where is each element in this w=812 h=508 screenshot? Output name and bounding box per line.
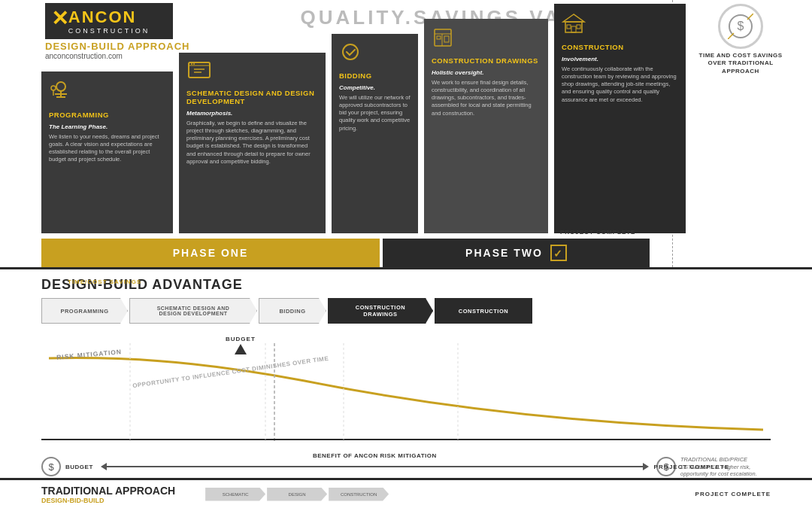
arrow-left-icon (101, 463, 107, 470)
svg-point-12 (191, 63, 192, 65)
flow-construction: CONSTRUCTION (435, 298, 532, 324)
phase-one-label: PHASE ONE (173, 247, 248, 259)
svg-rect-19 (444, 36, 449, 42)
svg-point-13 (193, 63, 195, 65)
step-3-title: BIDDING (339, 71, 411, 80)
chart-svg (41, 343, 771, 441)
step-construction: CONSTRUCTION Involvement. We continuousl… (554, 4, 686, 233)
benefit-arrow: BENEFIT OF ANCON RISK MITIGATION (101, 461, 649, 472)
top-section: ✕ ANCON CONSTRUCTION DESIGN-BUILD APPROA… (0, 0, 812, 267)
step-2-title: SCHEMATIC DESIGN AND DESIGN DEVELOPMENT (186, 89, 318, 105)
advantage-project-complete: PROJECT COMPLETE (654, 464, 729, 470)
step-1-body: We listen to your needs, dreams and proj… (49, 133, 165, 164)
step-3-body: We will utilize our network of approved … (339, 94, 411, 132)
step-1-subtitle: The Learning Phase. (49, 123, 165, 130)
step-5-body: We continuously collaborate with the con… (562, 65, 678, 104)
svg-rect-23 (567, 25, 571, 29)
tagline-design-build: DESIGN-BUILD APPROACH (45, 41, 189, 52)
step-4-icon (432, 26, 541, 53)
step-schematic: SCHEMATIC DESIGN AND DESIGN DEVELOPMENT … (179, 53, 326, 233)
project-complete-label: PROJECT COMPLETE (560, 229, 635, 236)
process-flow: PROGRAMMING SCHEMATIC DESIGN ANDDESIGN D… (41, 298, 532, 324)
logo-ancon-text: ANCON (68, 8, 150, 27)
traditional-subtitle: DESIGN-BID-BUILD (41, 497, 175, 504)
bottom-section: DESIGN-BUILD ADVANTAGE PROGRAMMING SCHEM… (0, 267, 812, 508)
benefit-line (107, 466, 643, 467)
time-cost-label: TIME/COST SAVINGS (68, 278, 141, 285)
step-5-title: CONSTRUCTION (562, 43, 678, 51)
savings-circle-icon: $ (718, 4, 763, 49)
svg-point-6 (51, 86, 56, 90)
step-4-title: CONSTRUCTION DRAWINGS (432, 56, 541, 65)
benefit-text-label: BENEFIT OF ANCON RISK MITIGATION (313, 452, 437, 459)
trad-flow-1: SCHEMATIC (205, 488, 265, 501)
svg-rect-24 (577, 25, 580, 29)
budget-left-label: BUDGET (65, 464, 93, 470)
step-4-body: We work to ensure final design details, … (432, 79, 541, 117)
trad-flow-3: CONSTRUCTION (329, 488, 389, 501)
traditional-section: TRADITIONAL APPROACH DESIGN-BID-BUILD SC… (0, 478, 812, 508)
svg-marker-21 (563, 14, 584, 22)
step-3-icon (339, 41, 411, 68)
phase-two-label: PHASE TWO (465, 247, 543, 259)
budget-dollar-left-icon: $ (41, 457, 61, 476)
budget-item-left: $ BUDGET (41, 457, 93, 476)
trad-project-complete: PROJECT COMPLETE (695, 491, 771, 497)
step-2-subtitle: Metamorphosis. (186, 110, 318, 117)
traditional-flow: SCHEMATIC DESIGN CONSTRUCTION (205, 488, 389, 501)
step-4-subtitle: Holistic oversight. (432, 69, 541, 76)
budget-row: $ BUDGET BENEFIT OF ANCON RISK MITIGATIO… (41, 456, 771, 478)
svg-point-14 (343, 44, 358, 59)
step-2-icon (186, 60, 318, 86)
logo-area: ✕ ANCON CONSTRUCTION (45, 3, 173, 39)
logo-x-icon: ✕ (51, 6, 68, 31)
chart-area: RISK MITIGATION OPPORTUNITY TO INFLUENCE… (41, 330, 771, 450)
logo-construction-text: CONSTRUCTION (68, 27, 150, 35)
phase-check-icon: ✓ (550, 245, 567, 261)
step-5-subtitle: Involvement. (562, 56, 678, 62)
phase-one-bar: PHASE ONE (41, 239, 380, 267)
steps-container: PROGRAMMING The Learning Phase. We liste… (41, 56, 771, 233)
flow-const-drawings: CONSTRUCTIONDRAWINGS (328, 298, 433, 324)
step-3-subtitle: Competitive. (339, 84, 411, 91)
step-1-title: PROGRAMMING (49, 111, 165, 119)
svg-rect-18 (437, 36, 441, 39)
svg-rect-8 (189, 62, 210, 78)
svg-point-2 (56, 82, 65, 91)
logo-main: ✕ ANCON CONSTRUCTION (45, 3, 173, 39)
flow-programming: PROGRAMMING (41, 298, 128, 324)
step-construction-drawings: CONSTRUCTION DRAWINGS Holistic oversight… (424, 19, 548, 233)
flow-bidding: BIDDING (259, 298, 326, 324)
flow-schematic: SCHEMATIC DESIGN ANDDESIGN DEVELOPMENT (129, 298, 257, 324)
phase-two-bar: PHASE TWO ✓ (383, 239, 650, 267)
step-1-icon (49, 79, 165, 108)
trad-flow-2: DESIGN (267, 488, 327, 501)
step-bidding: BIDDING Competitive. We will utilize our… (332, 34, 418, 233)
svg-text:$: $ (738, 20, 744, 32)
svg-rect-20 (565, 22, 582, 32)
step-5-icon (562, 11, 678, 40)
traditional-title: TRADITIONAL APPROACH (41, 485, 175, 497)
step-programming: PROGRAMMING The Learning Phase. We liste… (41, 71, 173, 233)
svg-rect-22 (571, 26, 576, 32)
step-2-body: Graphically, we begin to define and visu… (186, 120, 318, 166)
arrow-right-icon (643, 463, 649, 470)
